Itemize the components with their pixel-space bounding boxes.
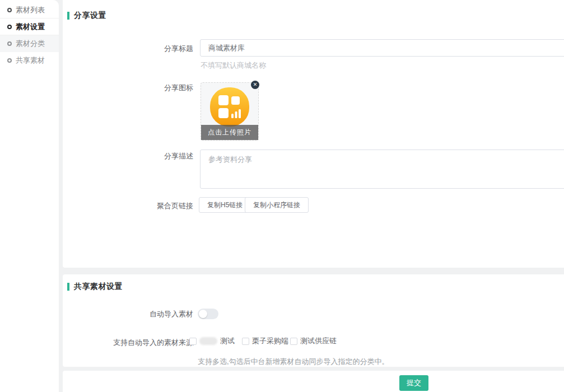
share-description-label: 分享描述 — [164, 151, 193, 161]
checkbox-label: 栗子采购端 — [252, 336, 288, 346]
import-sources-hint: 支持多选,勾选后中台新增素材自动同步导入指定的分类中。 — [198, 357, 389, 367]
share-title-label: 分享标题 — [164, 44, 193, 54]
copy-h5-link-button[interactable]: 复制H5链接 — [199, 197, 251, 213]
share-description-textarea[interactable] — [200, 150, 564, 189]
share-settings-header: 分享设置 — [67, 11, 106, 21]
checkbox-label: 测试 — [220, 336, 235, 346]
toggle-knob — [199, 310, 207, 318]
sidebar-item-shared-material[interactable]: 共享素材 — [0, 52, 59, 69]
shared-material-settings-card — [63, 274, 564, 367]
sidebar-item-label: 素材设置 — [16, 22, 45, 32]
checkbox-icon — [189, 338, 197, 345]
uploaded-app-icon — [209, 86, 250, 128]
section-accent-bar — [67, 12, 69, 20]
redacted-text — [199, 337, 217, 345]
sidebar-item-material-category[interactable]: 素材分类 — [0, 35, 59, 52]
auto-import-label: 自动导入素材 — [150, 309, 193, 319]
sidebar: 素材列表 素材设置 素材分类 共享素材 — [0, 0, 59, 392]
page: 素材列表 素材设置 素材分类 共享素材 分享设置 分享标题 不填写默认商城名称 … — [0, 0, 564, 392]
checkbox-label: 测试供应链 — [300, 336, 337, 346]
section-title: 共享素材设置 — [74, 282, 123, 292]
source-checkbox-test-supply-chain[interactable]: 测试供应链 — [290, 336, 337, 346]
section-accent-bar — [67, 283, 69, 291]
sidebar-item-material-list[interactable]: 素材列表 — [0, 2, 59, 18]
source-checkbox-lizi-procurement[interactable]: 栗子采购端 — [242, 336, 288, 346]
import-sources-label: 支持自动导入的素材来源 — [113, 338, 193, 348]
sidebar-item-material-settings[interactable]: 素材设置 — [0, 18, 59, 35]
share-title-input[interactable] — [200, 39, 564, 57]
section-title: 分享设置 — [74, 11, 106, 21]
footer-bar — [63, 371, 564, 392]
aggregate-link-label: 聚合页链接 — [157, 201, 193, 211]
remove-icon-button[interactable]: ✕ — [251, 81, 259, 89]
radio-circle-icon — [7, 8, 12, 12]
submit-button[interactable]: 提交 — [399, 375, 428, 391]
radio-circle-icon — [7, 58, 12, 63]
share-icon-label: 分享图标 — [164, 83, 193, 93]
sidebar-item-label: 素材列表 — [16, 5, 45, 15]
share-title-hint: 不填写默认商城名称 — [201, 60, 266, 71]
share-icon-uploader[interactable]: 点击上传照片 ✕ — [201, 82, 259, 141]
checkbox-icon — [242, 338, 249, 345]
radio-circle-icon — [7, 25, 12, 29]
sidebar-item-label: 共享素材 — [16, 55, 45, 66]
source-checkbox-redacted-test[interactable]: 测试 — [189, 336, 235, 346]
checkbox-icon — [290, 338, 297, 345]
radio-circle-icon — [7, 41, 12, 46]
auto-import-toggle[interactable] — [198, 309, 218, 319]
upload-overlay-label: 点击上传照片 — [201, 125, 258, 140]
sidebar-item-label: 素材分类 — [16, 39, 45, 49]
shared-material-settings-header: 共享素材设置 — [67, 282, 123, 292]
copy-miniprogram-link-button[interactable]: 复制小程序链接 — [245, 197, 309, 213]
